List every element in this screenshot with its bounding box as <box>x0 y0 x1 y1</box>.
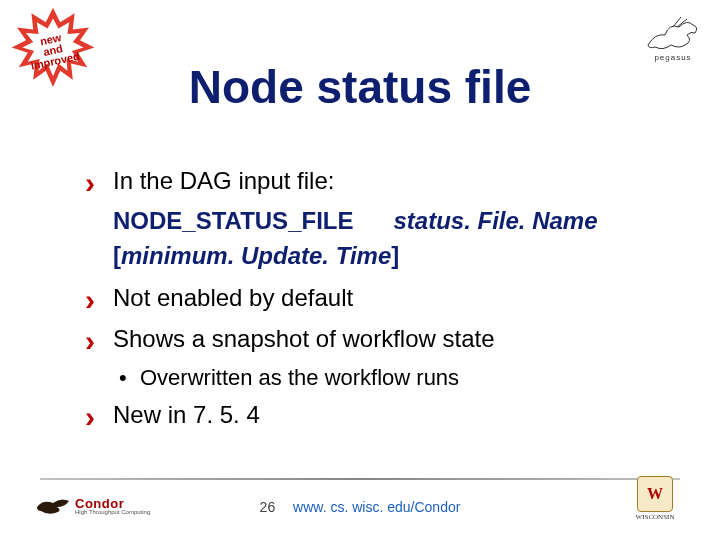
slide: new and improved pegasus Node status fil… <box>0 0 720 540</box>
code-line-2: [minimum. Update. Time] <box>113 240 660 272</box>
wisconsin-crest-icon: W <box>637 476 673 512</box>
bullet-4: New in 7. 5. 4 <box>85 399 660 431</box>
pegasus-logo: pegasus <box>638 8 708 62</box>
code-bracket-close: ] <box>391 242 399 269</box>
footer-center: 26 www. cs. wisc. edu/Condor <box>0 499 720 515</box>
wisconsin-text: WISCONSIN <box>636 514 675 521</box>
pegasus-icon <box>643 13 703 53</box>
code-arg-1: status. File. Name <box>393 207 597 234</box>
bullet-3: Shows a snapshot of workflow state <box>85 323 660 355</box>
code-keyword: NODE_STATUS_FILE <box>113 207 353 234</box>
footer-url: www. cs. wisc. edu/Condor <box>293 499 460 515</box>
code-arg-2: minimum. Update. Time <box>121 242 391 269</box>
code-bracket-open: [ <box>113 242 121 269</box>
page-title: Node status file <box>0 60 720 114</box>
footer-divider <box>40 478 680 480</box>
code-line-1: NODE_STATUS_FILE status. File. Name <box>113 205 660 237</box>
wisconsin-logo: W WISCONSIN <box>620 476 690 526</box>
body-content: In the DAG input file: NODE_STATUS_FILE … <box>85 165 660 439</box>
page-number: 26 <box>260 499 276 515</box>
bullet-2: Not enabled by default <box>85 282 660 314</box>
sub-bullet-1: Overwritten as the workflow runs <box>85 363 660 393</box>
bullet-1: In the DAG input file: <box>85 165 660 197</box>
